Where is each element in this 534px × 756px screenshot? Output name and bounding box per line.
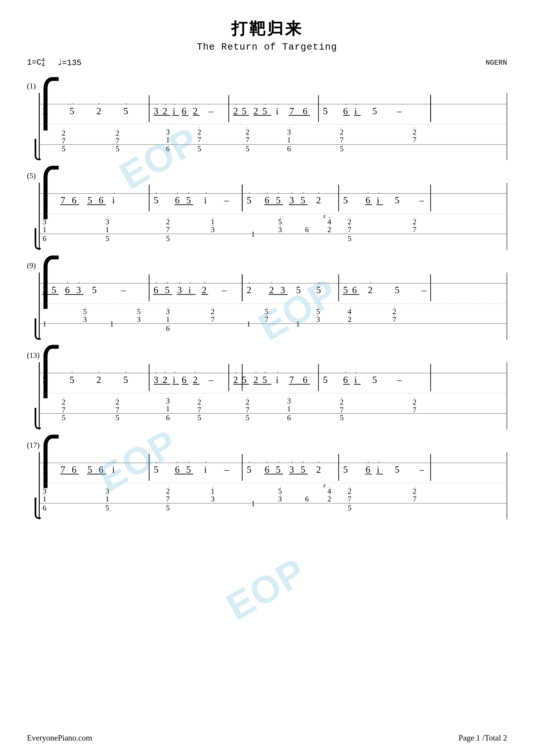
svg-text:2: 2 — [316, 464, 321, 475]
svg-text:·: · — [280, 223, 281, 228]
svg-text:⎩: ⎩ — [29, 228, 42, 250]
title-section: 打靶归来 The Return of Targeting — [27, 18, 507, 53]
svg-text:·: · — [277, 101, 279, 108]
svg-text:·: · — [139, 312, 140, 318]
svg-text:7: 7 — [61, 464, 65, 475]
svg-text:⎧: ⎧ — [29, 435, 62, 488]
svg-text:·: · — [117, 134, 118, 140]
svg-text:·: · — [167, 215, 169, 220]
svg-text:5: 5 — [395, 464, 399, 475]
svg-text:·: · — [167, 312, 169, 318]
svg-text:7: 7 — [61, 195, 65, 205]
tempo: ♩=135 — [57, 58, 81, 68]
svg-text:·: · — [277, 369, 279, 376]
svg-text:5: 5 — [372, 375, 377, 385]
svg-text:·: · — [199, 395, 200, 401]
svg-text:i: i — [112, 464, 115, 475]
svg-text:·: · — [167, 484, 169, 490]
svg-text:·: · — [44, 492, 45, 498]
svg-text:5: 5 — [300, 195, 305, 205]
svg-text:6: 6 — [182, 375, 186, 385]
svg-text:5: 5 — [316, 285, 321, 295]
svg-text:5: 5 — [263, 375, 267, 385]
svg-text:6: 6 — [265, 464, 269, 475]
svg-text:–: – — [208, 106, 214, 116]
svg-text:6: 6 — [166, 324, 170, 333]
footer-website: EveryonePiano.com — [27, 733, 92, 742]
svg-text:·: · — [414, 484, 416, 490]
svg-text:3: 3 — [280, 285, 285, 295]
svg-text:·: · — [44, 369, 46, 376]
svg-text:6: 6 — [366, 195, 370, 205]
svg-text:⎩: ⎩ — [29, 408, 42, 429]
svg-text:·: · — [414, 492, 416, 498]
svg-text:·: · — [188, 459, 190, 466]
svg-text:–: – — [121, 285, 126, 295]
svg-text:2: 2 — [368, 285, 372, 295]
svg-text:1: 1 — [251, 499, 255, 507]
svg-text:·: · — [247, 395, 248, 401]
svg-text:·: · — [63, 126, 64, 132]
svg-text:7: 7 — [289, 375, 294, 385]
svg-text:6: 6 — [305, 225, 309, 234]
svg-text:1: 1 — [247, 320, 250, 328]
svg-text:2: 2 — [96, 106, 101, 116]
svg-text:·: · — [107, 223, 108, 228]
svg-text:·: · — [378, 459, 379, 466]
svg-text:7: 7 — [289, 106, 294, 116]
svg-text:·: · — [165, 369, 166, 376]
svg-text:5: 5 — [242, 106, 246, 116]
svg-text:5: 5 — [247, 195, 251, 205]
svg-text:·: · — [117, 403, 118, 409]
svg-text:·: · — [44, 100, 46, 107]
svg-text:·: · — [278, 189, 279, 196]
svg-text:·: · — [369, 279, 371, 286]
svg-text:·: · — [248, 279, 250, 286]
svg-text:·: · — [117, 411, 118, 417]
svg-text:2: 2 — [269, 285, 274, 295]
svg-text:5: 5 — [343, 285, 348, 295]
svg-text:i: i — [377, 464, 379, 475]
svg-text:–: – — [397, 375, 402, 385]
svg-text:·: · — [167, 492, 169, 498]
svg-text:·: · — [267, 189, 268, 196]
svg-text:·: · — [318, 279, 319, 286]
svg-text:5: 5 — [165, 285, 169, 295]
svg-text:·: · — [125, 100, 127, 107]
svg-text:·: · — [289, 125, 290, 131]
svg-text:·: · — [71, 369, 73, 376]
footer-page: Page 1 /Total 2 — [459, 733, 507, 742]
svg-text:6: 6 — [99, 195, 103, 205]
svg-text:·: · — [195, 369, 196, 376]
svg-text:6: 6 — [305, 495, 309, 503]
svg-text:·: · — [280, 484, 281, 490]
svg-text:·: · — [177, 189, 178, 196]
svg-text:·: · — [167, 125, 169, 131]
svg-text:·: · — [213, 223, 214, 228]
svg-text:·: · — [414, 403, 416, 409]
svg-text:·: · — [213, 312, 214, 318]
svg-text:·: · — [71, 100, 73, 107]
svg-text:i: i — [276, 375, 279, 385]
svg-text:3: 3 — [177, 285, 182, 295]
svg-text:·: · — [341, 411, 343, 417]
svg-text:i: i — [43, 464, 45, 475]
svg-text:·: · — [125, 369, 127, 376]
svg-text:2: 2 — [247, 285, 251, 295]
svg-text:·: · — [248, 459, 250, 466]
svg-text:·: · — [264, 369, 266, 376]
svg-text:·: · — [264, 101, 266, 108]
svg-text:5: 5 — [300, 464, 305, 475]
svg-text:·: · — [190, 279, 191, 286]
svg-text:6: 6 — [175, 195, 180, 205]
svg-text:·: · — [278, 459, 279, 466]
svg-text:·: · — [248, 189, 250, 196]
svg-text:·: · — [289, 394, 290, 399]
svg-text:·: · — [155, 279, 157, 286]
title-english: The Return of Targeting — [27, 42, 507, 53]
svg-text:·: · — [345, 369, 346, 376]
svg-text:i: i — [204, 464, 207, 475]
svg-text:5: 5 — [343, 195, 348, 205]
svg-text:·: · — [341, 403, 343, 409]
svg-text:–: – — [397, 106, 402, 116]
